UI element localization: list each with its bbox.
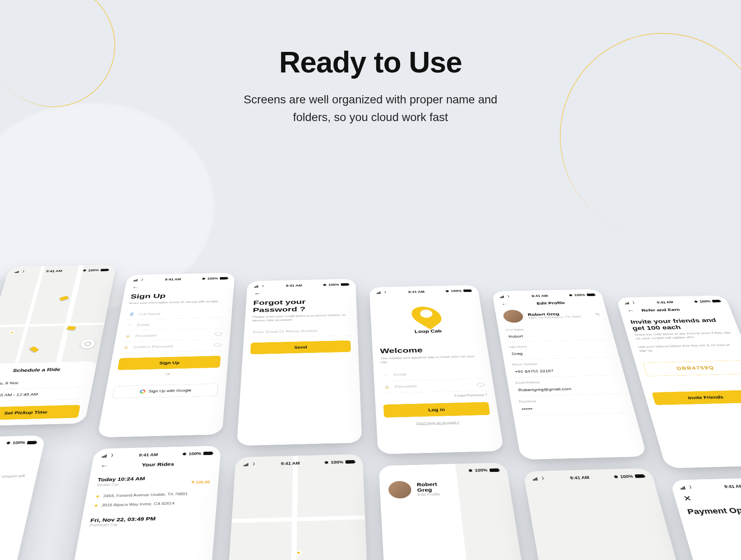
ride-price: ₹ 126.00: [191, 480, 210, 485]
screen-payment: 9:41 AM✽ ✕ Payment Option: [670, 477, 741, 560]
email-input[interactable]: Robertgreg@gmail.com: [516, 382, 622, 396]
lastname-input[interactable]: Greg: [509, 346, 612, 359]
schedule-panel: Schedule a Ride 📅 Thu, 8 Nov 🕐 12:35 AM …: [0, 361, 97, 426]
avatar[interactable]: [502, 310, 524, 323]
invite-button[interactable]: Invite Friends: [652, 390, 741, 405]
taxi-icon: [60, 296, 69, 301]
back-button[interactable]: ←: [132, 285, 140, 290]
screen-welcome: 9:41 AM✽100% Loop Cab Welcome The easies…: [369, 285, 504, 454]
password-input[interactable]: ••••••: [519, 401, 627, 415]
eye-icon[interactable]: [213, 342, 221, 348]
user-name: Robert Greg: [417, 481, 450, 493]
refer-title: Invite your friends andget 100 each: [630, 317, 731, 331]
hero-subtitle: Screens are well organized with proper n…: [0, 91, 741, 126]
edit-header: Edit Profile: [504, 300, 597, 306]
referral-code[interactable]: DBR4759Q: [643, 360, 741, 376]
refer-header: Refer and Earn: [641, 306, 724, 312]
refer-desc: Share the code below or ask them to ente…: [634, 331, 735, 341]
or-divider: Or: [116, 371, 219, 377]
edit-icon[interactable]: ✎: [595, 312, 601, 317]
welcome-subtitle: The easiest and quickest way to book rid…: [380, 354, 482, 364]
refer-header: Refer and Earn: [0, 448, 35, 456]
password-input[interactable]: 🔒Password: [382, 378, 487, 393]
user-location-dot: [9, 331, 16, 334]
signup-subtitle: Enter your information below or signup w…: [129, 299, 226, 305]
forgot-subtitle: Please enter your email address or phone…: [252, 313, 350, 322]
set-pickup-button[interactable]: Set Pickup Time: [0, 405, 81, 420]
phone-input[interactable]: +91 84751 22187: [513, 364, 617, 378]
confirm-password-input[interactable]: 🔒Confirm Password: [121, 340, 222, 353]
taxi-icon: [67, 326, 76, 330]
screen-drawer: Robert Greg Edit Profile Home ✽100%: [379, 462, 544, 560]
refer-title: your friends and0 each: [0, 457, 33, 475]
brand-name: Loop Cab: [379, 328, 478, 335]
login-button[interactable]: Log in: [383, 402, 490, 418]
screen-map-blank: 9:41 AM✽100%: [220, 454, 372, 560]
ride-car: Sedan Car: [96, 483, 119, 487]
forgot-title: Forgot yourPassword ?: [253, 297, 350, 314]
google-signup-button[interactable]: Sign Up with Google: [112, 384, 219, 399]
signup-button[interactable]: Sign Up: [117, 356, 221, 370]
send-button[interactable]: Send: [250, 341, 351, 355]
status-time: 9:41 AM: [46, 269, 63, 273]
signup-link[interactable]: Don't have an account ?: [384, 420, 492, 426]
eye-icon[interactable]: [477, 382, 485, 388]
close-button[interactable]: ✕: [683, 494, 693, 503]
edit-profile-link[interactable]: Edit Profile: [417, 492, 450, 497]
screen-refer-earn-cut: 9:41 AM✽100% Refer and Earn your friends…: [0, 435, 46, 560]
welcome-title: Welcome: [380, 345, 481, 355]
map-background[interactable]: [220, 454, 372, 560]
firstname-input[interactable]: Robort: [506, 329, 607, 342]
payment-title: Payment Option: [686, 504, 741, 516]
schedule-title: Schedule a Ride: [0, 366, 89, 373]
signup-title: Sign Up: [130, 291, 226, 300]
google-icon: [140, 390, 146, 394]
user-location-dot: [295, 550, 301, 555]
taxi-icon: [30, 346, 39, 352]
back-button[interactable]: ←: [254, 291, 261, 296]
logo-pin-icon: [413, 305, 440, 327]
back-button[interactable]: ←: [627, 308, 635, 313]
eye-icon[interactable]: [214, 331, 222, 336]
screen-schedule-ride: 9:41 AM ✽100% Schedule a Ride 📅 Thu, 8 N…: [0, 264, 117, 426]
screen-signup: 9:41 AM✽100% ← Sign Up Enter your inform…: [97, 273, 235, 437]
hero-section: Ready to Use Screens are well organized …: [0, 0, 741, 126]
time-field[interactable]: 🕐 12:35 AM - 12:45 AM: [0, 387, 84, 402]
screen-your-rides: 9:41 AM✽100% ←Your Rides Today 10:24 AM …: [52, 446, 221, 560]
screen-forgot-password: 9:41 AM✽100% ← Forgot yourPassword ? Ple…: [237, 279, 362, 446]
email-phone-input[interactable]: Enter Email Or Phone Number: [251, 325, 350, 338]
forgot-password-link[interactable]: Forgot Password ?: [383, 393, 487, 399]
hero-title: Ready to Use: [0, 45, 741, 79]
avatar[interactable]: [388, 481, 412, 499]
rides-header: Your Rides: [104, 460, 212, 469]
